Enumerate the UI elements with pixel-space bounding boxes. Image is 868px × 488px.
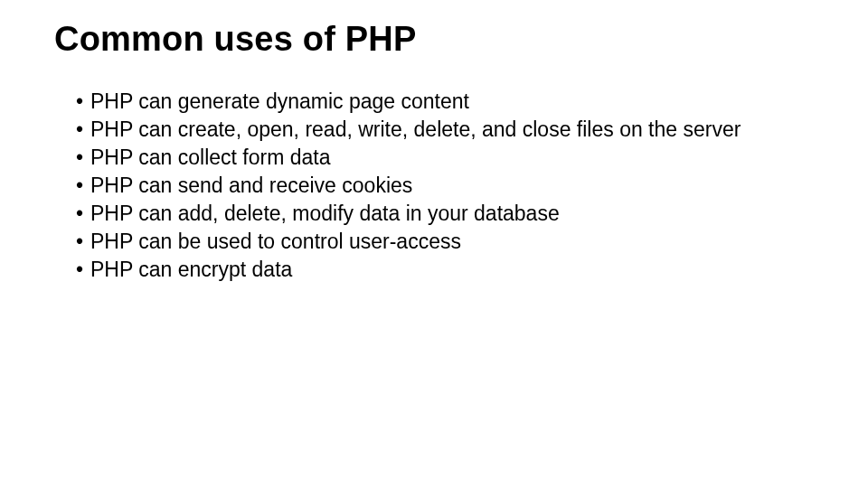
list-item: PHP can create, open, read, write, delet… — [76, 116, 814, 144]
list-item: PHP can send and receive cookies — [76, 172, 814, 200]
list-item: PHP can encrypt data — [76, 256, 814, 284]
list-item: PHP can be used to control user-access — [76, 228, 814, 256]
list-item: PHP can add, delete, modify data in your… — [76, 200, 814, 228]
slide-title: Common uses of PHP — [54, 20, 814, 59]
bullet-list: PHP can generate dynamic page content PH… — [54, 88, 814, 284]
list-item: PHP can generate dynamic page content — [76, 88, 814, 116]
list-item: PHP can collect form data — [76, 144, 814, 172]
